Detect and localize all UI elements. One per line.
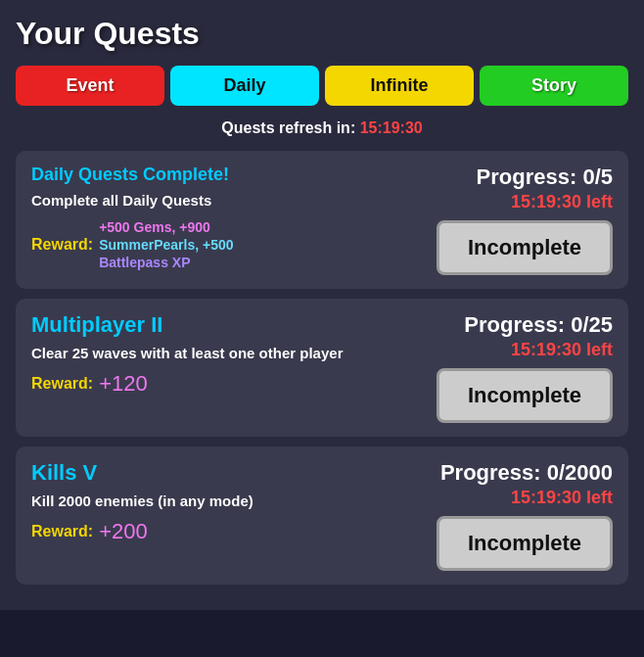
reward-pearls: SummerPearls, +500 <box>99 237 233 253</box>
quest-left-2: Multiplayer II Clear 25 waves with at le… <box>31 312 407 397</box>
reward-bp: Battlepass XP <box>99 255 190 270</box>
quest-complete-label: Daily Quests Complete! <box>31 164 395 185</box>
quest-title-2: Multiplayer II <box>31 312 395 338</box>
reward-value-3: +200 <box>99 519 148 544</box>
reward-row-3: Reward: +200 <box>31 519 395 544</box>
quests-container: Your Quests Event Daily Infinite Story Q… <box>0 0 644 610</box>
reward-label-3: Reward: <box>31 523 93 540</box>
refresh-prefix: Quests refresh in: <box>221 119 355 136</box>
quest-title-3: Kills V <box>31 460 395 486</box>
quest-right-2: Progress: 0/25 15:19:30 left Incomplete <box>407 312 613 423</box>
quest-multiplayer-ii: Multiplayer II Clear 25 waves with at le… <box>16 299 628 437</box>
reward-row-1: Reward: +500 Gems, +900 SummerPearls, +5… <box>31 218 395 272</box>
tab-infinite[interactable]: Infinite <box>325 66 474 106</box>
reward-value-2: +120 <box>99 371 148 397</box>
quest-progress-3: Progress: 0/2000 <box>440 460 613 486</box>
quest-time-2: 15:19:30 left <box>511 340 613 360</box>
incomplete-button-2[interactable]: Incomplete <box>437 368 613 423</box>
reward-gems: +500 Gems, +900 <box>99 219 210 235</box>
quest-time-3: 15:19:30 left <box>511 488 613 508</box>
refresh-bar: Quests refresh in: 15:19:30 <box>16 119 628 137</box>
tab-event[interactable]: Event <box>16 66 164 106</box>
reward-label-1: Reward: <box>31 236 93 254</box>
page-title: Your Quests <box>16 16 628 52</box>
reward-row-2: Reward: +120 <box>31 371 395 397</box>
quest-desc-3: Kill 2000 enemies (in any mode) <box>31 492 395 511</box>
quest-time-1: 15:19:30 left <box>511 192 613 212</box>
quest-right-3: Progress: 0/2000 15:19:30 left Incomplet… <box>407 460 613 571</box>
tab-daily[interactable]: Daily <box>170 66 319 106</box>
quest-kills-v: Kills V Kill 2000 enemies (in any mode) … <box>16 446 628 585</box>
quest-left-1: Daily Quests Complete! Complete all Dail… <box>31 164 407 271</box>
quest-desc-1: Complete all Daily Quests <box>31 191 395 211</box>
incomplete-button-1[interactable]: Incomplete <box>437 220 613 275</box>
quest-right-1: Progress: 0/5 15:19:30 left Incomplete <box>407 164 613 275</box>
quest-left-3: Kills V Kill 2000 enemies (in any mode) … <box>31 460 407 544</box>
tabs-row: Event Daily Infinite Story <box>16 66 628 106</box>
tab-story[interactable]: Story <box>480 66 628 106</box>
quest-desc-2: Clear 25 waves with at least one other p… <box>31 344 395 363</box>
quest-progress-2: Progress: 0/25 <box>464 312 613 338</box>
reward-label-2: Reward: <box>31 375 93 393</box>
refresh-timer: 15:19:30 <box>360 119 423 136</box>
quest-progress-1: Progress: 0/5 <box>477 164 613 190</box>
incomplete-button-3[interactable]: Incomplete <box>437 516 613 571</box>
quest-complete-all-daily: Daily Quests Complete! Complete all Dail… <box>16 151 628 289</box>
